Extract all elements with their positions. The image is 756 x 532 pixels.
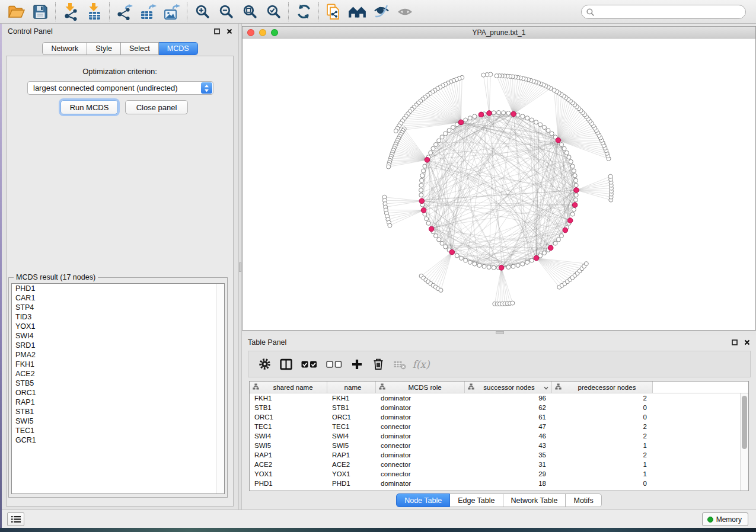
- refresh-layout-icon[interactable]: [292, 1, 315, 23]
- tab-node-table[interactable]: Node Table: [396, 493, 450, 507]
- float-panel-icon[interactable]: [732, 339, 738, 345]
- horizontal-splitter-handle[interactable]: [496, 331, 504, 334]
- table-row[interactable]: TEC1TEC1connector472: [250, 422, 748, 431]
- column-header-successor-nodes[interactable]: successor nodes: [465, 382, 552, 393]
- unselect-all-icon[interactable]: [323, 361, 344, 368]
- column-header-name[interactable]: name: [327, 382, 376, 393]
- horizontal-splitter[interactable]: [242, 331, 756, 335]
- tab-style[interactable]: Style: [87, 42, 121, 55]
- table-cell: 0: [552, 404, 653, 411]
- window-minimize-button[interactable]: [259, 29, 266, 36]
- mcds-result-item[interactable]: RAP1: [12, 398, 224, 407]
- close-panel-icon[interactable]: [744, 339, 750, 345]
- table-options-gear-icon[interactable]: [256, 358, 273, 370]
- tab-select[interactable]: Select: [121, 42, 159, 55]
- mcds-result-item[interactable]: FKH1: [12, 360, 224, 369]
- table-row[interactable]: ACE2ACE2connector311: [250, 460, 748, 469]
- save-icon[interactable]: [28, 1, 52, 23]
- table-scrollbar-thumb[interactable]: [742, 396, 747, 449]
- open-folder-icon[interactable]: [5, 1, 28, 23]
- table-row[interactable]: ORC1ORC1dominator610: [250, 412, 748, 422]
- hierarchy-icon: [468, 383, 474, 391]
- memory-status-icon: [707, 517, 713, 523]
- close-panel-button[interactable]: Close panel: [125, 100, 188, 114]
- network-window-titlebar[interactable]: YPA_prune.txt_1: [243, 27, 755, 39]
- show-selection-eye-icon[interactable]: [393, 1, 417, 23]
- window-zoom-button[interactable]: [271, 29, 278, 36]
- table-scrollbar[interactable]: [740, 393, 748, 491]
- delete-table-icon-disabled: [391, 359, 409, 370]
- import-network-icon[interactable]: [59, 1, 82, 23]
- mcds-result-item[interactable]: TEC1: [12, 426, 224, 435]
- memory-button[interactable]: Memory: [702, 512, 748, 526]
- network-canvas[interactable]: [243, 39, 755, 330]
- table-row[interactable]: STB1STB1dominator620: [250, 403, 748, 412]
- mcds-result-item[interactable]: SWI5: [12, 416, 224, 426]
- mcds-result-item[interactable]: STB1: [12, 407, 224, 416]
- table-row[interactable]: SWI5SWI5connector431: [250, 441, 748, 450]
- table-row[interactable]: SWI4SWI4dominator462: [250, 431, 748, 441]
- export-network-icon[interactable]: [113, 1, 136, 23]
- show-column-icon[interactable]: [277, 358, 295, 370]
- import-table-icon[interactable]: [82, 1, 106, 23]
- window-close-button[interactable]: [247, 29, 254, 36]
- mcds-result-list[interactable]: PHD1CAR1STP4TID3YOX1SWI4SRD1PMA2FKH1ACE2…: [11, 283, 225, 494]
- mcds-result-item[interactable]: STB5: [12, 379, 224, 388]
- column-header-MCDS-role[interactable]: MCDS role: [376, 382, 465, 393]
- mcds-result-item[interactable]: CAR1: [12, 293, 224, 303]
- tab-motifs[interactable]: Motifs: [566, 493, 601, 507]
- control-panel: Control Panel NetworkStyleSelectMCDS Opt…: [2, 24, 238, 509]
- table-cell: ACE2: [327, 461, 376, 468]
- zoom-fit-icon[interactable]: [238, 1, 261, 23]
- table-row[interactable]: RAP1RAP1dominator352: [250, 450, 748, 460]
- tab-mcds[interactable]: MCDS: [159, 42, 198, 55]
- optimization-criterion-dropdown[interactable]: largest connected component (undirected): [27, 81, 213, 95]
- table-row[interactable]: PHD1PHD1dominator180: [250, 479, 748, 488]
- export-image-icon[interactable]: [160, 1, 184, 23]
- table-row[interactable]: YOX1YOX1connector291: [250, 469, 748, 479]
- table-cell: dominator: [376, 451, 465, 459]
- vertical-splitter-handle[interactable]: [239, 262, 241, 272]
- table-row[interactable]: FKH1FKH1dominator962: [250, 393, 748, 403]
- table-cell: PHD1: [250, 480, 327, 487]
- table-cell: 62: [465, 404, 552, 411]
- select-all-icon[interactable]: [298, 361, 320, 368]
- run-mcds-button[interactable]: Run MCDS: [60, 100, 118, 114]
- table-cell: 43: [465, 442, 552, 449]
- network-overview-houses-icon[interactable]: [346, 1, 369, 23]
- toolbar-separator: [318, 2, 319, 21]
- share-document-icon[interactable]: [322, 1, 346, 23]
- mcds-result-item[interactable]: GCR1: [12, 435, 224, 445]
- hide-selection-eye-slash-icon[interactable]: [369, 1, 393, 23]
- table-cell: YOX1: [327, 470, 376, 477]
- delete-column-trash-icon[interactable]: [369, 358, 387, 370]
- zoom-selected-icon[interactable]: [261, 1, 285, 23]
- close-panel-icon[interactable]: [227, 28, 232, 34]
- tab-edge-table[interactable]: Edge Table: [450, 493, 503, 507]
- mcds-result-item[interactable]: PHD1: [12, 284, 224, 293]
- zoom-in-icon[interactable]: [190, 1, 214, 23]
- task-history-button[interactable]: [7, 512, 24, 526]
- table-cell: 1: [552, 470, 653, 477]
- mcds-result-item[interactable]: ACE2: [12, 369, 224, 379]
- mcds-result-item[interactable]: SRD1: [12, 341, 224, 350]
- mcds-result-item[interactable]: TID3: [12, 312, 224, 322]
- mcds-result-item[interactable]: ORC1: [12, 388, 224, 398]
- network-view-window: YPA_prune.txt_1: [242, 26, 756, 331]
- mcds-result-item[interactable]: STP4: [12, 303, 224, 312]
- add-column-icon[interactable]: [348, 358, 366, 370]
- tab-network[interactable]: Network: [42, 42, 87, 55]
- table-cell: TEC1: [250, 423, 327, 430]
- export-table-icon[interactable]: [136, 1, 160, 23]
- search-input[interactable]: [597, 8, 745, 16]
- zoom-out-icon[interactable]: [214, 1, 238, 23]
- mcds-result-scrollbar[interactable]: [216, 284, 224, 493]
- tab-network-table[interactable]: Network Table: [503, 493, 566, 507]
- column-header-predecessor-nodes[interactable]: predecessor nodes: [552, 382, 653, 393]
- column-header-shared-name[interactable]: shared name: [250, 382, 327, 393]
- mcds-result-item[interactable]: YOX1: [12, 322, 224, 331]
- float-panel-icon[interactable]: [214, 28, 220, 34]
- search-box[interactable]: [581, 5, 746, 19]
- mcds-result-item[interactable]: SWI4: [12, 331, 224, 341]
- mcds-result-item[interactable]: PMA2: [12, 350, 224, 360]
